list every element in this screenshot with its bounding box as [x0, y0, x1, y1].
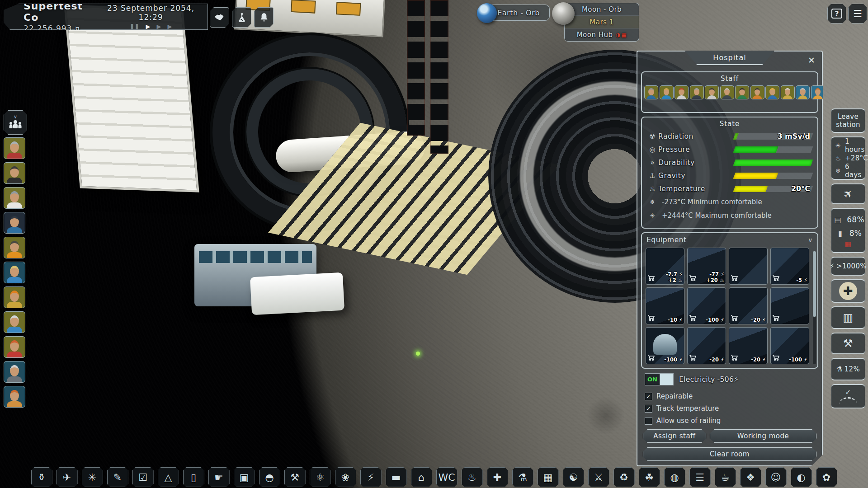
cart-icon[interactable] — [647, 274, 655, 283]
landing-check-button[interactable]: ✓ — [831, 384, 865, 408]
equipment-tile[interactable]: -100 ⚡ — [646, 327, 684, 364]
cart-icon[interactable] — [772, 274, 779, 283]
crew-portrait[interactable] — [4, 237, 25, 258]
staff-portrait[interactable] — [811, 85, 825, 99]
leave-station-button[interactable]: Leave station — [831, 108, 865, 133]
scrollbar-thumb[interactable] — [813, 251, 816, 317]
staff-portrait[interactable] — [675, 85, 689, 99]
couch-icon[interactable]: ▬ — [386, 467, 407, 487]
toilet-icon[interactable]: WC — [436, 467, 458, 487]
drill-icon[interactable]: ✎ — [107, 467, 128, 487]
crew-portrait[interactable] — [4, 137, 25, 159]
electricity-toggle[interactable]: ON — [645, 373, 674, 385]
staff-portrait[interactable] — [690, 85, 704, 99]
tab-earth-orbit[interactable]: Earth - Orb — [487, 5, 550, 21]
working-mode-button[interactable]: Working mode — [710, 429, 816, 443]
sauna-icon[interactable]: ♨ — [462, 467, 483, 487]
staff-portrait[interactable] — [660, 85, 674, 99]
staff-portrait[interactable] — [735, 85, 749, 99]
checkbox-row[interactable]: ✓ Track temperature — [645, 404, 721, 413]
equipment-tile[interactable]: -20 ⚡ — [729, 287, 768, 324]
leaf-icon[interactable]: ☘ — [639, 467, 660, 487]
atom-gear-icon[interactable]: ⚛ — [310, 467, 331, 487]
checkbox[interactable]: ✓ — [645, 405, 652, 413]
fast-forward-icon[interactable]: ▶ — [156, 23, 161, 30]
cart-icon[interactable] — [772, 354, 779, 362]
trash-icon[interactable]: ⚱ — [31, 467, 52, 487]
checkbox-row[interactable]: Allow use of railing — [645, 416, 721, 426]
rocket-icon[interactable]: ✈ — [57, 467, 78, 487]
tab-mars-1[interactable]: Mars 1 — [565, 16, 639, 28]
equipment-header[interactable]: Equipment ∨ — [642, 233, 817, 245]
crew-portrait[interactable] — [4, 286, 25, 308]
assign-staff-button[interactable]: Assign staff — [643, 429, 706, 443]
fastest-forward-icon[interactable]: ▶ — [167, 23, 172, 30]
equipment-tile[interactable] — [770, 287, 809, 324]
staff-portrait[interactable] — [765, 85, 779, 99]
canteen-icon[interactable]: ☕ — [715, 467, 736, 487]
computer-icon[interactable]: ▦ — [538, 467, 559, 487]
storage-container-icon[interactable]: ▣ — [234, 467, 255, 487]
checkbox-row[interactable]: ✓ Repairable — [645, 391, 721, 401]
equipment-tile[interactable]: -5 ⚡ — [770, 248, 809, 285]
cart-icon[interactable] — [647, 314, 655, 323]
equipment-tile[interactable]: -20 ⚡ — [729, 327, 768, 364]
greenhouse-icon[interactable]: ✿ — [816, 467, 837, 487]
door-icon[interactable]: ▯ — [183, 467, 204, 487]
crew-portrait[interactable] — [4, 187, 25, 209]
staff-portrait[interactable] — [781, 85, 795, 99]
construction-button[interactable]: ⚒ — [831, 333, 865, 354]
railing-icon[interactable]: △ — [158, 467, 179, 487]
satellite-icon[interactable]: ✳ — [82, 467, 103, 487]
bedroom-icon[interactable]: ⌂ — [411, 467, 432, 487]
staff-portrait[interactable] — [705, 85, 719, 99]
equipment-tile[interactable]: -20 ⚡ — [687, 327, 726, 364]
power-panel[interactable]: ⚡ >1000% — [831, 257, 865, 276]
burger-icon[interactable]: ☰ — [689, 467, 711, 487]
cart-icon[interactable] — [731, 314, 738, 323]
close-icon[interactable]: ✕ — [806, 54, 817, 66]
staff-portrait[interactable] — [796, 85, 810, 99]
tools-icon[interactable]: ⚒ — [284, 467, 306, 487]
cart-icon[interactable] — [647, 354, 655, 362]
buildings-button[interactable]: ▥ — [831, 306, 865, 329]
medical-icon[interactable]: ✚ — [487, 467, 508, 487]
notifications-button[interactable] — [254, 7, 274, 28]
staff-portrait[interactable] — [750, 85, 764, 99]
cart-icon[interactable] — [689, 274, 696, 283]
equipment-tile[interactable]: -100 ⚡ — [770, 327, 809, 364]
equipment-tile[interactable] — [729, 248, 768, 285]
crew-portrait[interactable] — [4, 162, 25, 184]
shield-check-icon[interactable]: ☑ — [132, 467, 154, 487]
help-button[interactable]: ? — [827, 4, 846, 23]
storage-panel[interactable]: ▤ 68% ▮ 8% ▦ — [831, 208, 865, 253]
high-voltage-icon[interactable]: ⚡ — [360, 467, 382, 487]
dome-icon[interactable]: ◍ — [664, 467, 685, 487]
staff-portrait[interactable] — [644, 85, 658, 99]
crew-portrait[interactable] — [4, 311, 25, 333]
cart-icon[interactable] — [689, 314, 696, 323]
play-icon[interactable]: ▶ — [146, 23, 150, 30]
cart-icon[interactable] — [731, 354, 738, 362]
wellness-icon[interactable]: ☯ — [563, 467, 584, 487]
equipment-scrollbar[interactable] — [813, 251, 816, 364]
crew-portrait[interactable] — [4, 262, 25, 283]
staff-portrait[interactable] — [720, 85, 734, 99]
ships-button[interactable]: ✈ — [831, 183, 865, 204]
equipment-tile[interactable]: -77 ⚡ +20 ♨ — [687, 248, 726, 285]
signpost-icon[interactable]: ☛ — [208, 467, 230, 487]
social-icon[interactable]: ☺ — [765, 467, 787, 487]
checkbox[interactable] — [645, 417, 652, 425]
research-button[interactable] — [232, 7, 251, 28]
crew-portrait[interactable] — [4, 386, 25, 408]
solar-panel-render[interactable] — [64, 5, 199, 192]
crew-portrait[interactable] — [4, 212, 25, 234]
weather-panel[interactable]: ☀ 1 hours ♨ +28°C ❄ 6 days — [831, 136, 865, 180]
cart-icon[interactable] — [689, 354, 696, 362]
clear-room-button[interactable]: Clear room — [643, 447, 816, 461]
equipment-tile[interactable]: -7.7 ⚡ +2 ♨ — [646, 248, 684, 285]
white-module-render[interactable] — [250, 272, 344, 315]
planting-icon[interactable]: ❀ — [335, 467, 356, 487]
research-progress-button[interactable]: ⚗ 12% — [831, 358, 865, 380]
construction-helmet-icon[interactable]: ◓ — [259, 467, 280, 487]
